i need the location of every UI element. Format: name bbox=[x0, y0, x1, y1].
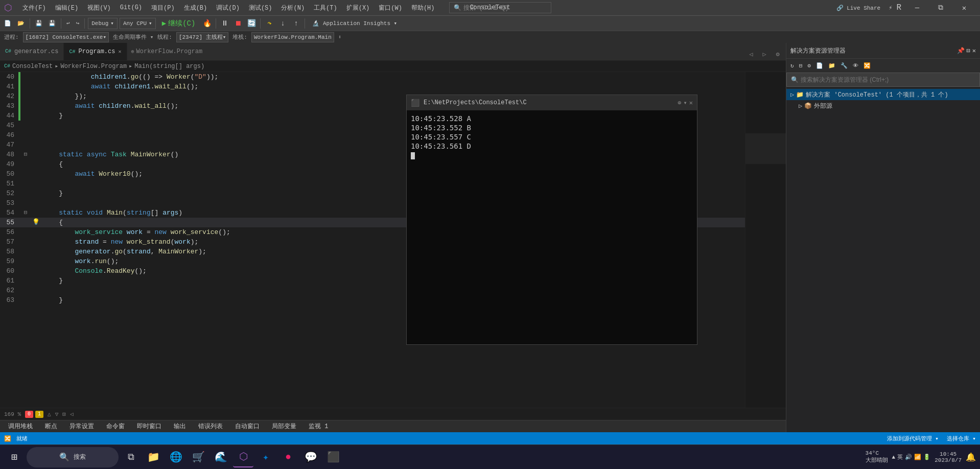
tab-command[interactable]: 命令窗 bbox=[102, 420, 129, 433]
notification-btn[interactable]: 🔔 bbox=[966, 452, 976, 462]
terminal-app[interactable]: ⬛ bbox=[323, 447, 343, 467]
tab-exceptions[interactable]: 异常设置 bbox=[65, 420, 98, 433]
menu-test[interactable]: 测试(S) bbox=[245, 0, 276, 15]
menu-help[interactable]: 帮助(H) bbox=[407, 0, 439, 15]
attach-btn[interactable]: 🔥 bbox=[201, 18, 213, 29]
account-icon[interactable]: R bbox=[896, 3, 901, 12]
run-btn[interactable]: ▶ 继续(C) bbox=[158, 18, 200, 29]
tab-output[interactable]: 输出 bbox=[170, 420, 190, 433]
menu-build[interactable]: 生成(B) bbox=[180, 0, 212, 15]
chrome-app[interactable]: 🌐 bbox=[166, 447, 186, 467]
new-file-btn[interactable]: 📄 bbox=[2, 17, 13, 30]
platform-dropdown[interactable]: Any CPU ▾ bbox=[120, 18, 156, 29]
vscode-app[interactable]: ✦ bbox=[255, 447, 276, 467]
close-button[interactable]: ✕ bbox=[952, 0, 976, 15]
weather-widget[interactable]: 34°C 大部晴朗 bbox=[866, 450, 888, 464]
console-close-btn[interactable]: ✕ bbox=[689, 99, 693, 107]
sol-newfolder-btn[interactable]: 📁 bbox=[826, 60, 837, 72]
nav-down-btn[interactable]: ▽ bbox=[55, 411, 59, 417]
undo-btn[interactable]: ↩ bbox=[64, 17, 72, 30]
remote-icon[interactable]: ⚡ bbox=[889, 4, 892, 12]
sol-git-btn[interactable]: 🔀 bbox=[861, 60, 873, 72]
scroll-left-btn[interactable]: ◁ bbox=[70, 411, 74, 417]
sol-filter-btn[interactable]: ⚙ bbox=[805, 60, 813, 72]
console-dropdown-btn[interactable]: ▾ bbox=[684, 99, 687, 107]
tree-solution[interactable]: ▷ 📁 解决方案 'ConsoleTest' (1 个项目，共 1 个) bbox=[786, 89, 980, 100]
redo-btn[interactable]: ↪ bbox=[74, 17, 82, 30]
lightbulb-icon[interactable]: 💡 bbox=[32, 218, 40, 227]
save-all-btn[interactable]: 💾 bbox=[46, 17, 58, 30]
start-btn[interactable]: ⊞ bbox=[4, 447, 25, 467]
breadcrumb-file[interactable]: ConsoleTest bbox=[12, 63, 53, 70]
restart-btn[interactable]: 🔄 bbox=[246, 18, 257, 29]
tab-scroll-right[interactable]: ▷ bbox=[758, 48, 771, 60]
stepover-btn[interactable]: ↷ bbox=[264, 18, 275, 29]
explorer-app[interactable]: 📁 bbox=[143, 447, 164, 467]
stack-dropdown[interactable]: WorkerFlow.Program.Main bbox=[251, 32, 334, 42]
minimize-button[interactable]: — bbox=[905, 0, 929, 15]
sol-pin-btn[interactable]: 📌 bbox=[957, 47, 965, 55]
volume-icon[interactable]: 🔊 bbox=[905, 454, 912, 460]
process-dropdown[interactable]: [16872] ConsoleTest.exe ▾ bbox=[23, 32, 109, 42]
solution-search[interactable]: 🔍 bbox=[786, 73, 980, 87]
nav-options[interactable]: ⊡ bbox=[62, 411, 66, 417]
stop-btn[interactable]: ⏹ bbox=[232, 18, 244, 29]
sys-tray[interactable]: ▲ 英 🔊 📶 🔋 bbox=[892, 453, 931, 461]
sol-close-btn[interactable]: ✕ bbox=[972, 47, 976, 55]
tab-generator[interactable]: C# generator.cs bbox=[0, 43, 64, 60]
open-btn[interactable]: 📂 bbox=[15, 17, 27, 30]
sol-sync-btn[interactable]: ↻ bbox=[788, 60, 796, 72]
menu-git[interactable]: Git(G) bbox=[116, 0, 146, 15]
maximize-button[interactable]: ⧉ bbox=[929, 0, 952, 15]
breadcrumb-ns[interactable]: WorkerFlow.Program bbox=[60, 63, 127, 70]
tab-scroll-left[interactable]: ◁ bbox=[745, 48, 757, 60]
menu-extension[interactable]: 扩展(X) bbox=[342, 0, 374, 15]
tab-errorlist[interactable]: 错误列表 bbox=[194, 420, 227, 433]
tree-external[interactable]: ▷ 📦 外部源 bbox=[786, 100, 980, 111]
breadcrumb-method[interactable]: Main(string[] args) bbox=[134, 63, 204, 70]
edge-app[interactable]: 🌊 bbox=[211, 447, 231, 467]
tab-settings-btn[interactable]: ⚙ bbox=[772, 48, 784, 60]
sol-collapse-btn[interactable]: ⊟ bbox=[797, 60, 805, 72]
battery-icon[interactable]: 🔋 bbox=[923, 454, 930, 460]
menu-project[interactable]: 项目(P) bbox=[147, 0, 179, 15]
menu-window[interactable]: 窗口(W) bbox=[375, 0, 406, 15]
tab-immediate[interactable]: 即时窗口 bbox=[133, 420, 166, 433]
tab-autos[interactable]: 自动窗口 bbox=[231, 420, 264, 433]
menu-tools[interactable]: 工具(T) bbox=[310, 0, 341, 15]
taskview-btn[interactable]: ⧉ bbox=[121, 447, 141, 467]
menu-edit[interactable]: 编辑(E) bbox=[51, 0, 83, 15]
config-dropdown[interactable]: Debug ▾ bbox=[88, 18, 118, 29]
thread-dropdown[interactable]: [23472] 主线程 ▾ bbox=[176, 32, 228, 42]
save-btn[interactable]: 💾 bbox=[33, 17, 44, 30]
menu-analyze[interactable]: 分析(N) bbox=[277, 0, 309, 15]
tab-watch1[interactable]: 监视 1 bbox=[305, 420, 332, 433]
stepout-btn[interactable]: ↑ bbox=[290, 18, 301, 29]
solution-search-input[interactable] bbox=[801, 76, 975, 83]
sol-preview-btn[interactable]: 👁 bbox=[851, 60, 860, 72]
console-add-tab-btn[interactable]: ⊕ bbox=[678, 99, 681, 107]
tab-workerflow[interactable]: ⊕ WorkerFlow.Program bbox=[127, 43, 207, 60]
teams-app[interactable]: 💬 bbox=[300, 447, 321, 467]
zoom-level[interactable]: 169 % bbox=[4, 411, 21, 417]
search-btn[interactable]: 🔍 搜索 bbox=[27, 447, 119, 467]
sol-newfile-btn[interactable]: 📄 bbox=[814, 60, 825, 72]
sol-properties-btn[interactable]: 🔧 bbox=[838, 60, 850, 72]
menu-file[interactable]: 文件(F) bbox=[18, 0, 50, 15]
network-icon[interactable]: 📶 bbox=[914, 454, 921, 460]
sol-menu-btn[interactable]: ⊟ bbox=[967, 47, 970, 55]
lang-indicator[interactable]: 英 bbox=[897, 453, 903, 461]
tab-breakpoints[interactable]: 断点 bbox=[41, 420, 61, 433]
purple-app[interactable]: ● bbox=[278, 447, 298, 467]
warning-count[interactable]: 1 bbox=[35, 411, 43, 418]
live-share-btn[interactable]: 🔗 Live Share bbox=[832, 5, 885, 11]
menu-debug[interactable]: 调试(D) bbox=[212, 0, 244, 15]
store-app[interactable]: 🛒 bbox=[188, 447, 208, 467]
vs-app[interactable]: ⬡ bbox=[233, 447, 253, 467]
error-count[interactable]: 0 bbox=[25, 411, 33, 418]
tab-program-close[interactable]: ✕ bbox=[118, 49, 121, 55]
menu-view[interactable]: 视图(V) bbox=[83, 0, 115, 15]
appinsights-btn[interactable]: 🔬 Application Insights ▾ bbox=[308, 18, 401, 29]
tab-callstack[interactable]: 调用堆栈 bbox=[4, 420, 37, 433]
add-to-source-btn[interactable]: 添加到源代码管理 ▾ bbox=[887, 435, 939, 442]
